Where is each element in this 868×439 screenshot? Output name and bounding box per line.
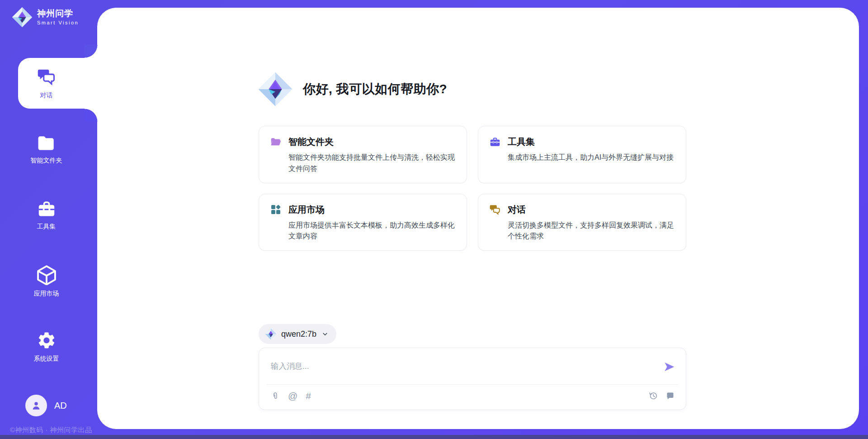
card-chat[interactable]: 对话 灵活切换多模型文件，支持多样回复效果调试，满足个性化需求 <box>478 194 686 251</box>
message-composer: @ # <box>259 348 686 410</box>
greeting-text: 你好, 我可以如何帮助你? <box>303 81 447 98</box>
cube-icon <box>36 264 57 285</box>
sidebar-item-settings[interactable]: 系统设置 <box>0 330 93 363</box>
chat-bubbles-icon <box>37 68 57 87</box>
sidebar-item-label: 工具集 <box>0 223 93 231</box>
diamond-logo-icon <box>12 7 33 28</box>
card-description: 灵活切换多模型文件，支持多样回复效果调试，满足个性化需求 <box>508 220 675 243</box>
folder-icon <box>37 135 56 152</box>
card-description: 智能文件夹功能支持批量文件上传与清洗，轻松实现文件问答 <box>288 152 456 175</box>
chat-square-icon <box>665 391 675 401</box>
sidebar-item-label: 系统设置 <box>0 355 93 363</box>
brand-name: 神州问学 <box>37 9 79 19</box>
chat-bubbles-icon <box>489 204 501 215</box>
tab-curve-bottom <box>85 109 98 122</box>
hash-icon: # <box>306 391 311 401</box>
user-initials: AD <box>54 401 67 411</box>
briefcase-icon <box>489 136 501 148</box>
card-header: 智能文件夹 <box>270 136 456 148</box>
model-name: qwen2:7b <box>281 329 316 339</box>
send-button[interactable] <box>662 360 676 373</box>
mention-button[interactable]: @ <box>288 391 297 401</box>
brand-subtitle: Smart Vision <box>37 20 79 25</box>
composer-toolbar: @ # <box>271 391 311 401</box>
conversation-button[interactable] <box>665 391 675 401</box>
feature-card-grid: 智能文件夹 智能文件夹功能支持批量文件上传与清洗，轻松实现文件问答 工具集 集成… <box>259 126 686 251</box>
attach-file-button[interactable] <box>271 391 280 401</box>
card-toolset[interactable]: 工具集 集成市场上主流工具，助力AI与外界无缝扩展与对接 <box>478 126 686 183</box>
diamond-logo-icon <box>258 72 293 107</box>
composer-right-actions <box>648 391 675 401</box>
card-description: 集成市场上主流工具，助力AI与外界无缝扩展与对接 <box>508 152 675 163</box>
briefcase-icon <box>37 199 57 218</box>
composer-divider <box>266 384 679 385</box>
brand-text: 神州问学 Smart Vision <box>37 9 79 25</box>
app-grid-icon <box>270 204 282 215</box>
diamond-logo-icon <box>265 328 277 340</box>
card-header: 工具集 <box>489 136 675 148</box>
sidebar-item-label: 对话 <box>0 91 93 100</box>
send-icon <box>663 361 675 373</box>
app-window: 神州问学 Smart Vision 对话 智能文件夹 工具集 <box>0 0 868 439</box>
avatar <box>25 395 47 416</box>
brand-logo: 神州问学 Smart Vision <box>12 7 79 28</box>
sidebar-item-toolset[interactable]: 工具集 <box>0 199 93 231</box>
card-title: 工具集 <box>508 136 535 148</box>
bottom-edge-bar <box>0 435 868 439</box>
sidebar-item-label: 应用市场 <box>0 290 93 298</box>
card-header: 对话 <box>489 204 675 216</box>
chevron-down-icon <box>321 330 329 338</box>
tab-curve-top <box>85 45 98 58</box>
open-folder-icon <box>270 136 282 148</box>
card-smart-folder[interactable]: 智能文件夹 智能文件夹功能支持批量文件上传与清洗，轻松实现文件问答 <box>259 126 467 183</box>
gear-icon <box>37 330 57 350</box>
card-app-market[interactable]: 应用市场 应用市场提供丰富长文本模板，助力高效生成多样化文章内容 <box>259 194 467 251</box>
topic-button[interactable]: # <box>306 391 311 401</box>
sidebar-item-app-market[interactable]: 应用市场 <box>0 264 93 298</box>
paperclip-icon <box>271 391 280 401</box>
card-header: 应用市场 <box>270 204 456 216</box>
copyright-footer: ©神州数码 · 神州问学出品 <box>10 426 92 434</box>
history-button[interactable] <box>648 391 658 401</box>
card-title: 对话 <box>508 204 526 216</box>
sidebar-item-chat[interactable]: 对话 <box>0 68 93 100</box>
greeting-header: 你好, 我可以如何帮助你? <box>258 72 447 107</box>
user-avatar-icon <box>30 400 42 411</box>
user-menu[interactable]: AD <box>25 395 67 416</box>
history-icon <box>648 391 658 401</box>
at-icon: @ <box>288 391 297 401</box>
sidebar-item-label: 智能文件夹 <box>0 157 93 165</box>
sidebar-item-smart-folder[interactable]: 智能文件夹 <box>0 135 93 165</box>
card-title: 智能文件夹 <box>288 136 334 148</box>
message-input[interactable] <box>271 357 660 375</box>
card-title: 应用市场 <box>288 204 325 216</box>
card-description: 应用市场提供丰富长文本模板，助力高效生成多样化文章内容 <box>288 220 456 243</box>
model-selector[interactable]: qwen2:7b <box>259 324 336 344</box>
